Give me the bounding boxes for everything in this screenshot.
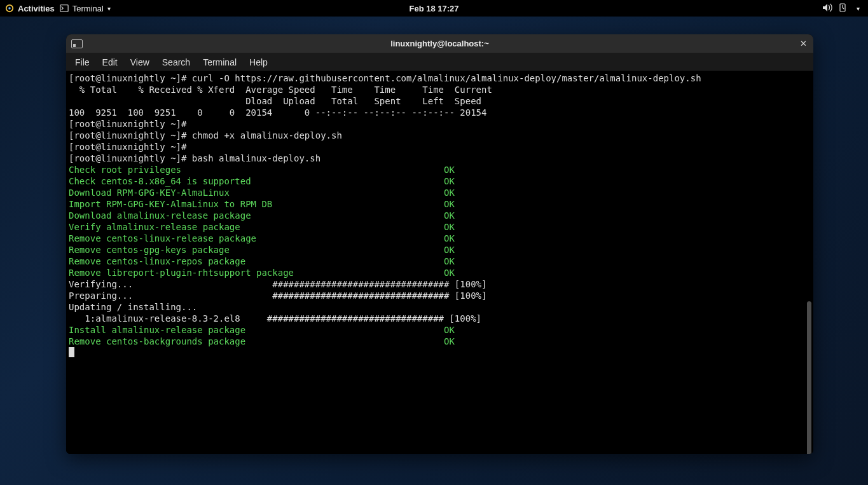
activities-button[interactable]: Activities — [5, 4, 55, 13]
volume-icon — [822, 3, 832, 14]
cursor — [69, 347, 74, 357]
menu-help[interactable]: Help — [244, 55, 273, 69]
menu-terminal[interactable]: Terminal — [198, 55, 242, 69]
terminal-icon — [60, 4, 69, 13]
window-title: linuxnightly@localhost:~ — [390, 39, 489, 48]
app-menu-label: Terminal — [72, 4, 104, 13]
app-menu[interactable]: Terminal ▾ — [60, 4, 111, 13]
power-icon — [837, 3, 848, 14]
menubar: File Edit View Search Terminal Help — [66, 53, 813, 71]
titlebar[interactable]: linuxnightly@localhost:~ ✕ — [66, 34, 813, 53]
menu-file[interactable]: File — [70, 55, 95, 69]
menu-view[interactable]: View — [125, 55, 155, 69]
svg-point-1 — [8, 7, 11, 10]
gnome-topbar: Activities Terminal ▾ Feb 18 17:27 ▾ — [0, 0, 868, 17]
terminal-output[interactable]: [root@linuxnightly ~]# curl -O https://r… — [66, 71, 813, 454]
new-tab-icon[interactable] — [71, 39, 83, 48]
close-button[interactable]: ✕ — [797, 38, 809, 50]
menu-edit[interactable]: Edit — [97, 55, 123, 69]
gnome-activities-icon — [5, 4, 14, 13]
activities-label: Activities — [18, 4, 55, 13]
terminal-window: linuxnightly@localhost:~ ✕ File Edit Vie… — [66, 34, 813, 454]
system-status-area[interactable]: ▾ — [822, 3, 863, 14]
chevron-down-icon: ▾ — [853, 5, 863, 12]
svg-rect-2 — [60, 5, 68, 12]
menu-search[interactable]: Search — [157, 55, 195, 69]
clock[interactable]: Feb 18 17:27 — [409, 4, 458, 13]
scrollbar[interactable] — [807, 301, 811, 454]
chevron-down-icon: ▾ — [107, 5, 111, 12]
